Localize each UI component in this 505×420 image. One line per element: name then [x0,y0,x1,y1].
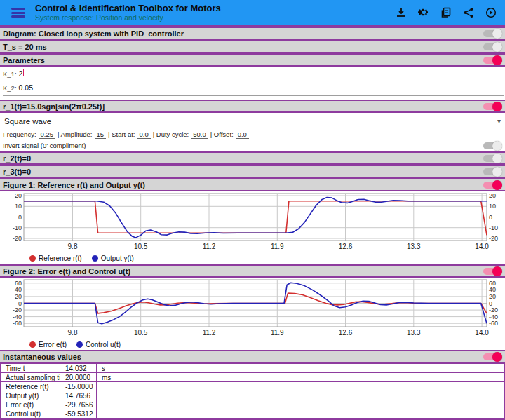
diagram-toggle[interactable] [483,29,502,39]
appbar-titles: Control & Identification Toolbox for Mot… [35,4,396,22]
record-play-icon[interactable] [485,7,497,18]
figure2-chart: 9.810.511.211.912.613.314.06060404020200… [0,278,505,339]
k2-label: K_2: [3,84,17,92]
instantaneous-values-table: Time t 14.032 s Actual sampling time 20.… [0,363,505,419]
row-value: -29.7656 [60,400,97,409]
parameters-panel: K_1: 2 K_2: 0.05 [0,67,505,100]
figure1-legend: Reference r(t) Output y(t) [0,252,505,264]
section-label: r_3(t)=0 [3,168,483,176]
svg-text:10: 10 [15,203,22,210]
signal-parameters-row: Frequency: 0.25 | Amplitude: 15 | Start … [0,129,505,140]
svg-text:-20: -20 [489,306,498,313]
section-header-figure1[interactable]: Figure 1: Reference r(t) and Output y(t) [0,178,505,191]
section-header-r3[interactable]: r_3(t)=0 [0,165,505,178]
svg-text:-10: -10 [13,224,22,231]
amp-label: | Amplitude: [58,130,92,138]
duty-label: | Duty cycle: [153,130,189,138]
waveform-select[interactable]: Square wave ▾ [0,113,505,129]
freq-input[interactable]: 0.25 [39,130,56,139]
row-unit: ms [97,373,505,382]
duty-input[interactable]: 50.0 [191,130,208,139]
parameters-toggle[interactable] [483,55,502,65]
section-header-diagram[interactable]: Diagram: Closed loop system with PID con… [0,27,505,40]
row-label: Time t [1,364,60,373]
section-label: r_2(t)=0 [3,154,483,163]
k2-input[interactable]: 0.05 [19,83,33,92]
invert-signal-toggle[interactable] [483,141,502,151]
section-header-r2[interactable]: r_2(t)=0 [0,151,505,165]
svg-text:0: 0 [18,300,22,307]
table-row: Reference r(t) -15.0000 [1,382,505,391]
svg-text:0: 0 [489,300,492,307]
offset-input[interactable]: 0.0 [236,130,249,139]
svg-text:-60: -60 [13,320,22,327]
svg-text:-20: -20 [489,235,498,242]
section-label: Parameters [3,56,483,65]
svg-text:10.5: 10.5 [134,329,148,337]
row-unit [97,400,505,409]
section-header-parameters[interactable]: Parameters [0,53,505,67]
legend-item: Error e(t) [29,341,67,348]
svg-text:20: 20 [15,192,22,199]
legend-label: Error e(t) [39,341,67,348]
row-value: -59.5312 [60,409,97,419]
row-value: 20.0000 [60,373,97,382]
legend-item: Control u(t) [76,341,121,348]
freq-label: Frequency: [3,130,36,138]
waveform-value: Square wave [4,117,497,126]
k1-field[interactable]: K_1: 2 [3,69,504,81]
figure1-toggle[interactable] [483,180,502,190]
table-row: Control u(t) -59.5312 [1,409,505,419]
row-value: 14.032 [60,364,97,373]
section-header-sampling-time[interactable]: T_s = 20 ms [0,40,505,53]
section-header-instantaneous[interactable]: Instantaneous values [0,350,505,363]
section-label: Figure 1: Reference r(t) and Output y(t) [3,181,483,189]
amp-input[interactable]: 15 [95,130,107,139]
error-legend-dot [29,341,36,348]
svg-text:9.8: 9.8 [68,329,78,337]
r3-toggle[interactable] [483,167,502,177]
offset-label: | Offset: [210,130,234,138]
app-subtitle: System response: Position and velocity [35,13,396,22]
figure2-legend: Error e(t) Control u(t) [0,339,505,350]
settings-gear-icon[interactable] [418,7,429,18]
legend-item: Output y(t) [92,255,134,262]
svg-text:-20: -20 [13,235,22,242]
row-label: Control u(t) [1,409,60,419]
svg-text:-40: -40 [489,313,498,320]
svg-text:14.0: 14.0 [475,243,489,250]
svg-text:20: 20 [489,192,496,199]
invert-signal-label: Invert signal (0' compliment) [3,142,483,149]
download-icon[interactable] [396,7,407,18]
app-title: Control & Identification Toolbox for Mot… [35,4,396,14]
figure2-toggle[interactable] [483,266,502,276]
reference-legend-dot [29,255,36,262]
row-value: 14.7656 [60,391,97,400]
start-input[interactable]: 0.0 [137,130,150,139]
svg-text:-20: -20 [13,306,22,313]
table-row: Time t 14.032 s [1,364,505,373]
chevron-down-icon: ▾ [497,117,501,125]
legend-item: Reference r(t) [29,255,82,262]
svg-text:40: 40 [489,286,496,293]
section-header-figure2[interactable]: Figure 2: Error e(t) and Control u(t) [0,264,505,278]
k1-input[interactable]: 2 [19,69,23,78]
invert-signal-row: Invert signal (0' compliment) [0,140,505,151]
copy-pages-icon[interactable] [440,7,452,18]
k2-field[interactable]: K_2: 0.05 [3,83,504,96]
svg-text:40: 40 [15,286,22,293]
legend-label: Output y(t) [101,255,134,262]
section-header-r1[interactable]: r_1(t)=15.0sgn[sin(2π0.25t)] [0,100,505,113]
menu-icon[interactable] [11,8,25,18]
r2-toggle[interactable] [483,154,502,163]
instantaneous-toggle[interactable] [483,352,502,362]
table-row: Actual sampling time 20.0000 ms [1,373,505,382]
sampling-time-toggle[interactable] [483,42,502,52]
svg-text:-10: -10 [489,224,498,231]
control-legend-dot [76,341,83,348]
svg-text:11.2: 11.2 [203,243,216,250]
svg-text:11.2: 11.2 [203,329,216,337]
r1-toggle[interactable] [483,102,502,111]
share-icon[interactable] [463,7,474,18]
app-bar: Control & Identification Toolbox for Mot… [0,0,505,27]
